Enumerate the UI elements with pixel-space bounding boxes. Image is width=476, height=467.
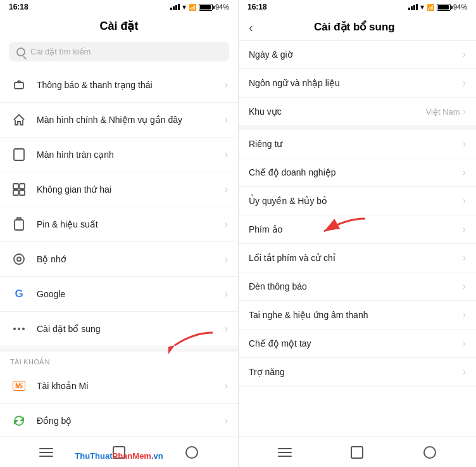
menu-item-label: Lối tắt phím và cử chỉ bbox=[249, 253, 463, 263]
menu-item-virtual-keyboard[interactable]: Phím ảo › bbox=[239, 215, 476, 244]
chevron-icon: › bbox=[225, 219, 228, 230]
bottom-nav-right bbox=[239, 437, 476, 467]
menu-item-label: Chế độ doanh nghiệp bbox=[249, 167, 463, 177]
nav-back-button-right[interactable] bbox=[420, 443, 439, 462]
section-divider bbox=[0, 348, 238, 352]
menu-item-label: Phím ảo bbox=[249, 224, 463, 234]
svg-marker-10 bbox=[21, 418, 23, 421]
section-label-accounts: TÀI KHOẢN bbox=[0, 353, 238, 369]
status-icons-right: ▾ 📶 94% bbox=[408, 3, 467, 11]
menu-item-accessibility[interactable]: Trợ năng › bbox=[239, 358, 476, 387]
menu-item-label: Ngôn ngữ và nhập liệu bbox=[249, 78, 463, 88]
menu-item-additional-settings[interactable]: Cài đặt bổ sung › bbox=[0, 312, 238, 347]
second-space-icon bbox=[10, 181, 28, 198]
menu-item-label: Tài khoản Mi bbox=[37, 381, 225, 391]
search-icon bbox=[16, 48, 25, 56]
nav-home-button[interactable] bbox=[110, 443, 128, 462]
menu-item-second-space[interactable]: Không gian thứ hai › bbox=[0, 172, 238, 207]
chevron-icon: › bbox=[463, 138, 466, 150]
signal-icon-right-2: 📶 bbox=[427, 4, 434, 11]
menu-item-label: Google bbox=[37, 289, 225, 299]
wifi-icon-right: ▾ bbox=[420, 3, 424, 11]
chevron-icon: › bbox=[463, 167, 466, 178]
chevron-icon: › bbox=[225, 79, 228, 91]
chevron-icon: › bbox=[463, 281, 466, 292]
chevron-icon: › bbox=[225, 380, 228, 392]
nav-home-button-right[interactable] bbox=[348, 443, 366, 462]
menu-item-full-screen[interactable]: Màn hình tràn cạnh › bbox=[0, 138, 238, 172]
menu-item-notification-light[interactable]: Đèn thông báo › bbox=[239, 272, 476, 301]
menu-item-label: Riêng tư bbox=[249, 139, 463, 149]
page-title-right: Cài đặt bổ sung bbox=[258, 20, 466, 34]
menu-item-label: Màn hình chính & Nhiệm vụ gần đây bbox=[37, 115, 225, 125]
mi-account-icon: Mi bbox=[10, 377, 28, 395]
svg-rect-0 bbox=[15, 82, 23, 89]
menu-item-label: Bộ nhớ bbox=[37, 254, 225, 264]
menu-item-region[interactable]: Khu vực Việt Nam › bbox=[239, 98, 476, 126]
chevron-icon: › bbox=[463, 195, 466, 207]
menu-item-sync[interactable]: Đồng bộ › bbox=[0, 404, 238, 437]
screen-header-left: Cài đặt bbox=[0, 14, 238, 39]
menu-item-label: Đèn thông báo bbox=[249, 281, 463, 291]
circle-nav-icon bbox=[185, 446, 198, 459]
sync-icon bbox=[10, 412, 28, 430]
svg-point-8 bbox=[17, 257, 21, 261]
menu-item-notification[interactable]: Thông báo & thanh trạng thái › bbox=[0, 68, 238, 103]
menu-item-mi-account[interactable]: Mi Tài khoản Mi › bbox=[0, 369, 238, 404]
svg-rect-4 bbox=[13, 190, 18, 195]
menu-list-right: Ngày & giờ › Ngôn ngữ và nhập liệu › Khu… bbox=[239, 41, 476, 437]
chevron-icon: › bbox=[463, 252, 466, 264]
page-title-left: Cài đặt bbox=[10, 19, 228, 33]
wifi-icon: ▾ bbox=[182, 3, 186, 11]
nav-back-button[interactable] bbox=[182, 443, 201, 462]
bottom-nav-left bbox=[0, 437, 238, 467]
nav-menu-button-right[interactable] bbox=[275, 443, 294, 462]
battery-icon-right bbox=[437, 4, 451, 11]
menu-item-enterprise[interactable]: Chế độ doanh nghiệp › bbox=[239, 158, 476, 187]
svg-rect-1 bbox=[14, 149, 24, 160]
status-time-right: 16:18 bbox=[247, 3, 267, 11]
menu-item-shortcuts[interactable]: Lối tắt phím và cử chỉ › bbox=[239, 244, 476, 272]
menu-item-one-hand[interactable]: Chế độ một tay › bbox=[239, 329, 476, 358]
menu-item-label: Cài đặt bổ sung bbox=[37, 324, 225, 334]
menu-item-label: Chế độ một tay bbox=[249, 338, 463, 349]
menu-item-label: Không gian thứ hai bbox=[37, 184, 225, 195]
menu-item-battery[interactable]: Pin & hiệu suất › bbox=[0, 207, 238, 242]
chevron-icon: › bbox=[225, 253, 228, 265]
menu-item-label: Khu vực bbox=[249, 106, 426, 117]
menu-item-authorization[interactable]: Ủy quyền & Hủy bỏ › bbox=[239, 187, 476, 215]
menu-item-memory[interactable]: Bộ nhớ › bbox=[0, 242, 238, 277]
chevron-icon: › bbox=[225, 114, 228, 125]
chevron-icon: › bbox=[463, 338, 466, 349]
menu-item-home-screen[interactable]: Màn hình chính & Nhiệm vụ gần đây › bbox=[0, 103, 238, 138]
search-bar[interactable]: Cài đặt tìm kiếm bbox=[9, 42, 229, 61]
battery-percent-right: 94% bbox=[453, 3, 467, 11]
chevron-icon: › bbox=[225, 149, 228, 160]
notification-icon bbox=[10, 76, 28, 94]
menu-item-date-time[interactable]: Ngày & giờ › bbox=[239, 41, 476, 69]
menu-item-label: Đồng bộ bbox=[37, 416, 225, 426]
menu-item-language[interactable]: Ngôn ngữ và nhập liệu › bbox=[239, 69, 476, 98]
menu-item-privacy[interactable]: Riêng tư › bbox=[239, 130, 476, 158]
back-button[interactable]: ‹ bbox=[249, 21, 253, 34]
signal-icon bbox=[170, 4, 180, 10]
menu-item-audio[interactable]: Tai nghe & hiệu ứng âm thanh › bbox=[239, 301, 476, 329]
more-dots-icon bbox=[10, 320, 28, 338]
menu-item-google[interactable]: G Google › bbox=[0, 277, 238, 312]
menu-item-value: Việt Nam bbox=[426, 107, 460, 117]
chevron-icon: › bbox=[225, 415, 228, 426]
menu-item-label: Ủy quyền & Hủy bỏ bbox=[249, 196, 463, 206]
hamburger-icon-right bbox=[278, 448, 292, 457]
chevron-icon: › bbox=[463, 106, 466, 117]
battery-menu-icon bbox=[10, 215, 28, 233]
chevron-icon: › bbox=[463, 366, 466, 378]
menu-item-label: Thông báo & thanh trạng thái bbox=[37, 80, 225, 90]
menu-list-left: Thông báo & thanh trạng thái › Màn hình … bbox=[0, 68, 238, 437]
svg-marker-11 bbox=[15, 421, 17, 423]
chevron-icon: › bbox=[463, 309, 466, 321]
nav-menu-button[interactable] bbox=[37, 443, 56, 462]
chevron-icon: › bbox=[225, 323, 228, 335]
menu-item-label: Pin & hiệu suất bbox=[37, 219, 225, 229]
menu-item-label: Ngày & giờ bbox=[249, 49, 463, 60]
status-time-left: 16:18 bbox=[9, 3, 28, 11]
